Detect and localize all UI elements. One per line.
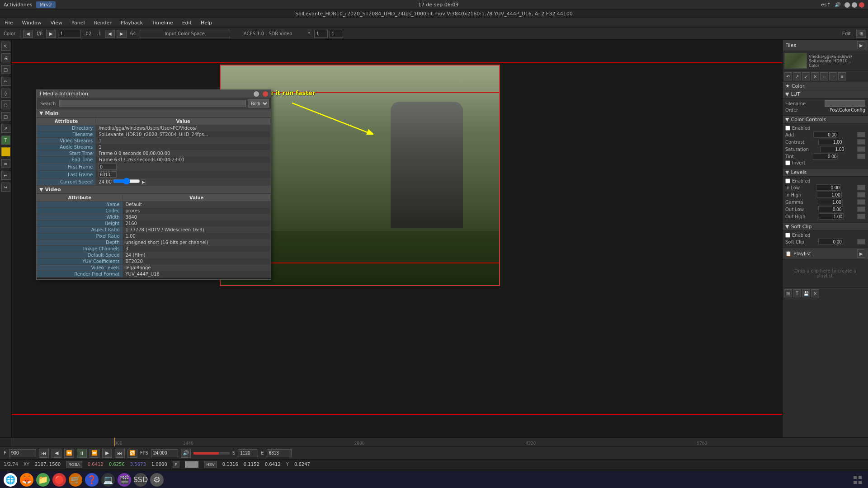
value2-input[interactable] xyxy=(330,30,343,38)
pl-tool3[interactable]: 💾 xyxy=(802,289,810,297)
prev-frame-btn[interactable]: ◀ xyxy=(23,30,33,38)
video-section-header[interactable]: ▼ Video xyxy=(37,186,271,194)
saturation-value[interactable] xyxy=(821,146,845,152)
tool-arrow[interactable]: ↗ xyxy=(1,124,10,133)
main-section-header[interactable]: ▼ Main xyxy=(37,109,271,117)
sc-value-input[interactable] xyxy=(818,239,843,245)
out-low-slider[interactable] xyxy=(857,206,865,212)
menu-view[interactable]: View xyxy=(46,19,67,27)
y-value-input[interactable] xyxy=(314,30,328,38)
taskbar-terminal[interactable]: 💻 xyxy=(101,473,115,487)
volume-icon[interactable]: 🔊 xyxy=(835,2,841,8)
menu-panel[interactable]: Panel xyxy=(67,19,90,27)
f-btn[interactable]: F xyxy=(173,461,180,468)
taskbar-software-center[interactable]: 🛒 xyxy=(69,473,82,487)
lut-section-header[interactable]: ▼ LUT xyxy=(783,90,868,99)
next-frame-btn[interactable]: ▶ xyxy=(46,30,56,38)
files-expand-btn[interactable]: ▶ xyxy=(857,41,865,49)
tool-rect[interactable]: □ xyxy=(1,112,10,121)
tool-text[interactable]: T xyxy=(1,136,10,145)
rpanel-tool6[interactable]: → xyxy=(829,72,837,80)
rgba-btn[interactable]: RGBA xyxy=(66,461,82,468)
in-low-value[interactable] xyxy=(816,184,841,191)
color-controls-header[interactable]: ▼ Color Controls xyxy=(783,116,868,124)
pl-tool2[interactable]: T xyxy=(793,289,801,297)
color-section-header[interactable]: ★ Color xyxy=(783,82,868,90)
gamma-slider[interactable] xyxy=(857,199,865,205)
panel-minimize-btn[interactable] xyxy=(254,91,259,97)
add-slider[interactable] xyxy=(857,132,865,137)
rpanel-tool3[interactable]: ↙ xyxy=(802,72,810,80)
out-low-value[interactable] xyxy=(818,206,843,212)
saturation-slider[interactable] xyxy=(857,146,865,152)
in-low-slider[interactable] xyxy=(857,185,865,190)
menu-window[interactable]: Window xyxy=(17,19,46,27)
minimize-btn[interactable] xyxy=(844,2,850,8)
pl-tool4[interactable]: ✕ xyxy=(811,289,819,297)
taskbar-firefox[interactable]: 🦊 xyxy=(20,473,33,487)
taskbar-red-app[interactable]: 🔴 xyxy=(52,473,66,487)
next-btn2[interactable]: ▶ xyxy=(117,30,127,38)
out-high-value[interactable] xyxy=(819,213,844,220)
tool-eraser[interactable]: ◊ xyxy=(1,89,10,98)
timeline-ruler[interactable]: 900 1440 2880 4320 5760 xyxy=(12,438,868,446)
rpanel-tool4[interactable]: ✕ xyxy=(811,72,819,80)
cc-enabled-checkbox[interactable] xyxy=(785,126,790,131)
hsv-btn[interactable]: HSV xyxy=(204,461,217,468)
volume-slider[interactable] xyxy=(193,452,230,455)
rpanel-filter-btn[interactable]: ≡ xyxy=(838,72,846,80)
taskbar-gray-app[interactable]: ⚙️ xyxy=(150,473,164,487)
speed-expand-btn[interactable]: ▶ xyxy=(142,179,146,185)
prev-btn2[interactable]: ◀ xyxy=(105,30,115,38)
layout-toggle-btn[interactable]: ⊞ xyxy=(856,30,866,38)
e-value-input[interactable] xyxy=(267,449,292,457)
tool-unknown1[interactable]: ≡ xyxy=(1,159,10,168)
pl-tool1[interactable]: ⊞ xyxy=(784,289,792,297)
gamma-value[interactable] xyxy=(818,199,843,205)
sc-enabled-checkbox[interactable] xyxy=(785,233,790,238)
rpanel-tool2[interactable]: ↗ xyxy=(793,72,801,80)
in-high-value[interactable] xyxy=(817,192,842,198)
prev-slow-btn[interactable]: ⏪ xyxy=(64,449,74,458)
tint-value[interactable] xyxy=(813,153,838,160)
media-panel-scroll[interactable]: ▼ Main Attribute Value Directory /media/… xyxy=(37,109,271,277)
taskbar-files[interactable]: 📁 xyxy=(36,473,50,487)
levels-section-header[interactable]: ▼ Levels xyxy=(783,169,868,177)
playlist-expand-btn[interactable]: ▶ xyxy=(857,249,865,258)
next-slow-btn[interactable]: ⏩ xyxy=(90,449,99,458)
taskbar-chrome[interactable]: 🌐 xyxy=(4,473,17,487)
menu-render[interactable]: Render xyxy=(90,19,116,27)
in-high-slider[interactable] xyxy=(857,192,865,197)
next-frame-transport[interactable]: ▶ xyxy=(102,449,112,458)
maximize-btn[interactable] xyxy=(852,2,857,8)
speed-slider[interactable] xyxy=(113,179,140,183)
soft-clip-section-header[interactable]: ▼ Soft Clip xyxy=(783,223,868,231)
tool-undo[interactable]: ↩ xyxy=(1,171,10,180)
prev-frame-transport[interactable]: ◀ xyxy=(52,449,61,458)
both-select[interactable]: Both xyxy=(248,99,269,108)
panel-close-btn[interactable] xyxy=(263,91,268,97)
contrast-slider[interactable] xyxy=(857,139,865,145)
taskbar-ssd[interactable]: SSD xyxy=(134,473,147,487)
taskbar-apps-grid[interactable] xyxy=(851,473,864,487)
mute-btn[interactable]: 🔊 xyxy=(181,449,191,458)
contrast-value[interactable] xyxy=(818,139,843,145)
tool-pointer[interactable]: ↖ xyxy=(1,42,10,51)
invert-checkbox[interactable] xyxy=(785,160,790,165)
menu-edit[interactable]: Edit xyxy=(178,19,196,27)
menu-help[interactable]: Help xyxy=(196,19,217,27)
tool-pen[interactable]: ✏ xyxy=(1,77,10,86)
tool-print[interactable]: 🖨 xyxy=(1,53,10,62)
levels-enabled-checkbox[interactable] xyxy=(785,178,790,183)
tint-slider[interactable] xyxy=(857,154,865,159)
fps-input[interactable] xyxy=(151,449,178,457)
frame-number-input[interactable] xyxy=(9,449,36,457)
menu-playback[interactable]: Playback xyxy=(116,19,147,27)
tool-monitor[interactable]: □ xyxy=(1,65,10,74)
search-input[interactable] xyxy=(59,100,246,107)
add-value[interactable] xyxy=(813,131,838,138)
close-btn[interactable] xyxy=(859,2,864,8)
rpanel-tool5[interactable]: ← xyxy=(820,72,828,80)
tool-color-swatch[interactable] xyxy=(1,147,10,156)
tool-redo[interactable]: ↪ xyxy=(1,183,10,192)
